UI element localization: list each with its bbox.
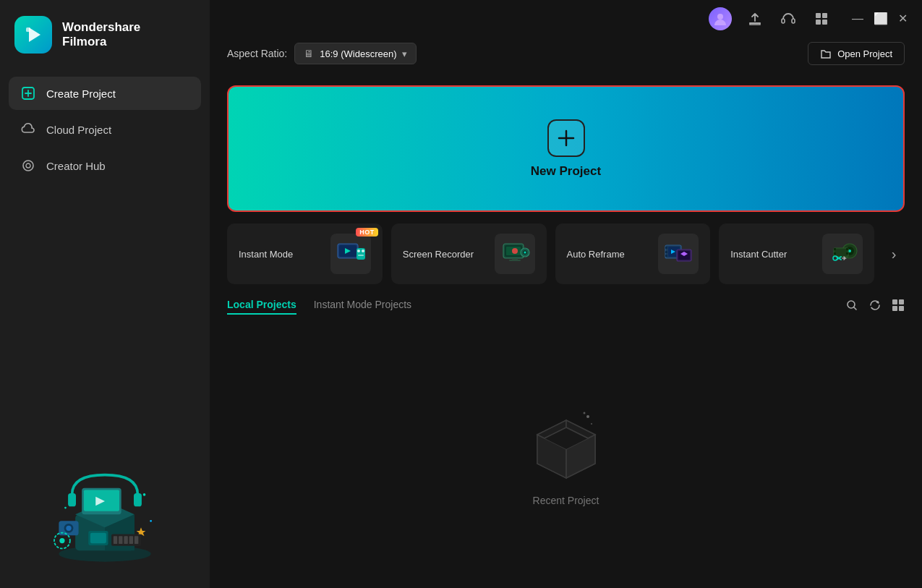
projects-tabs: Local Projects Instant Mode Projects bbox=[227, 296, 429, 315]
open-project-button[interactable]: Open Project bbox=[808, 42, 905, 65]
svg-rect-23 bbox=[129, 536, 133, 544]
new-project-plus-icon bbox=[547, 119, 585, 157]
svg-rect-72 bbox=[892, 299, 897, 304]
svg-rect-12 bbox=[68, 493, 76, 506]
quick-action-instant-cutter[interactable]: Instant Cutter bbox=[719, 223, 874, 284]
sidebar-item-cloud-project[interactable]: Cloud Project bbox=[9, 113, 201, 146]
sidebar: Wondershare Filmora Create Project Cloud… bbox=[0, 0, 210, 588]
svg-point-3 bbox=[23, 161, 33, 171]
chevron-right-icon: › bbox=[892, 246, 897, 263]
quick-action-instant-mode[interactable]: Instant Mode HOT bbox=[227, 223, 383, 284]
aspect-ratio-label: Aspect Ratio: bbox=[227, 48, 287, 59]
svg-point-28 bbox=[64, 507, 67, 509]
svg-rect-66 bbox=[834, 252, 836, 255]
instant-cutter-label: Instant Cutter bbox=[730, 249, 787, 260]
svg-rect-1 bbox=[26, 27, 30, 32]
empty-state: Recent Project bbox=[227, 338, 905, 571]
aspect-ratio-selector: Aspect Ratio: 🖥 16:9 (Widescreen) ▾ bbox=[227, 43, 417, 64]
svg-rect-22 bbox=[124, 536, 127, 544]
projects-section: Local Projects Instant Mode Projects bbox=[227, 296, 905, 571]
cloud-project-label: Cloud Project bbox=[46, 124, 111, 136]
svg-rect-54 bbox=[665, 247, 667, 249]
svg-rect-68 bbox=[846, 252, 848, 255]
content-area: Aspect Ratio: 🖥 16:9 (Widescreen) ▾ Open… bbox=[210, 38, 922, 588]
hot-badge: HOT bbox=[356, 228, 378, 237]
svg-rect-73 bbox=[899, 299, 904, 304]
more-actions-arrow[interactable]: › bbox=[883, 223, 905, 284]
maximize-button[interactable]: ⬜ bbox=[874, 13, 888, 25]
search-button[interactable] bbox=[845, 299, 858, 312]
close-button[interactable]: ✕ bbox=[898, 13, 908, 25]
sidebar-illustration bbox=[0, 429, 210, 574]
refresh-icon bbox=[868, 299, 882, 312]
open-project-label: Open Project bbox=[837, 48, 892, 59]
upload-icon[interactable] bbox=[745, 9, 765, 29]
create-project-label: Create Project bbox=[46, 88, 116, 100]
user-avatar[interactable] bbox=[709, 7, 732, 30]
svg-rect-24 bbox=[135, 536, 138, 544]
svg-rect-36 bbox=[822, 20, 827, 25]
svg-rect-74 bbox=[892, 306, 897, 311]
monitor-icon: 🖥 bbox=[304, 48, 314, 59]
empty-state-label: Recent Project bbox=[533, 495, 599, 506]
svg-rect-35 bbox=[816, 20, 821, 25]
create-project-icon bbox=[20, 85, 36, 101]
creator-hub-icon bbox=[20, 158, 36, 174]
instant-cutter-image bbox=[822, 234, 863, 274]
svg-rect-67 bbox=[846, 248, 848, 250]
svg-rect-21 bbox=[119, 536, 122, 544]
svg-rect-31 bbox=[782, 19, 785, 23]
svg-rect-56 bbox=[665, 255, 667, 257]
svg-point-16 bbox=[66, 526, 71, 531]
svg-point-84 bbox=[583, 412, 585, 414]
svg-point-4 bbox=[26, 163, 30, 168]
cloud-project-icon bbox=[20, 122, 36, 137]
quick-action-screen-recorder[interactable]: Screen Recorder bbox=[391, 223, 547, 284]
quick-action-auto-reframe[interactable]: Auto Reframe bbox=[555, 223, 711, 284]
svg-point-29 bbox=[150, 520, 152, 522]
sidebar-item-create-project[interactable]: Create Project bbox=[9, 77, 201, 110]
new-project-label: New Project bbox=[531, 164, 601, 179]
grid-icon[interactable] bbox=[811, 9, 832, 29]
svg-rect-55 bbox=[665, 251, 667, 253]
svg-point-63 bbox=[848, 250, 851, 252]
svg-rect-26 bbox=[90, 533, 106, 544]
grid-view-button[interactable] bbox=[892, 299, 905, 312]
title-bar: — ⬜ ✕ bbox=[210, 0, 922, 38]
svg-point-18 bbox=[59, 538, 64, 543]
svg-point-49 bbox=[524, 252, 526, 254]
svg-marker-0 bbox=[29, 27, 40, 42]
sidebar-navigation: Create Project Cloud Project Creator Hub bbox=[0, 69, 210, 189]
refresh-button[interactable] bbox=[868, 299, 882, 312]
auto-reframe-label: Auto Reframe bbox=[567, 249, 625, 260]
svg-rect-52 bbox=[509, 260, 521, 261]
tab-instant-mode-projects[interactable]: Instant Mode Projects bbox=[314, 296, 411, 315]
window-controls: — ⬜ ✕ bbox=[852, 13, 908, 25]
svg-rect-75 bbox=[899, 306, 904, 311]
titlebar-actions: — ⬜ ✕ bbox=[709, 7, 908, 30]
projects-tabs-row: Local Projects Instant Mode Projects bbox=[227, 296, 905, 315]
tab-local-projects[interactable]: Local Projects bbox=[227, 296, 296, 315]
svg-rect-20 bbox=[114, 536, 117, 544]
svg-rect-33 bbox=[816, 13, 821, 18]
svg-point-82 bbox=[586, 415, 589, 418]
grid-view-icon bbox=[892, 299, 905, 312]
empty-box-icon bbox=[523, 402, 610, 482]
aspect-ratio-dropdown[interactable]: 🖥 16:9 (Widescreen) ▾ bbox=[294, 43, 417, 64]
instant-mode-label: Instant Mode bbox=[239, 249, 293, 260]
svg-point-83 bbox=[591, 423, 592, 425]
svg-point-41 bbox=[357, 250, 360, 252]
svg-rect-43 bbox=[358, 255, 364, 256]
svg-rect-34 bbox=[822, 13, 827, 18]
sidebar-item-creator-hub[interactable]: Creator Hub bbox=[9, 149, 201, 182]
support-icon[interactable] bbox=[778, 9, 798, 29]
minimize-button[interactable]: — bbox=[852, 13, 863, 25]
new-project-banner[interactable]: New Project bbox=[227, 85, 905, 212]
logo-area: Wondershare Filmora bbox=[0, 0, 210, 69]
app-name-line2: Filmora bbox=[62, 35, 140, 49]
svg-rect-65 bbox=[834, 248, 836, 250]
aspect-ratio-value: 16:9 (Widescreen) bbox=[320, 48, 396, 59]
svg-point-50 bbox=[512, 248, 518, 254]
svg-rect-32 bbox=[792, 19, 795, 23]
app-logo-icon bbox=[14, 16, 52, 54]
